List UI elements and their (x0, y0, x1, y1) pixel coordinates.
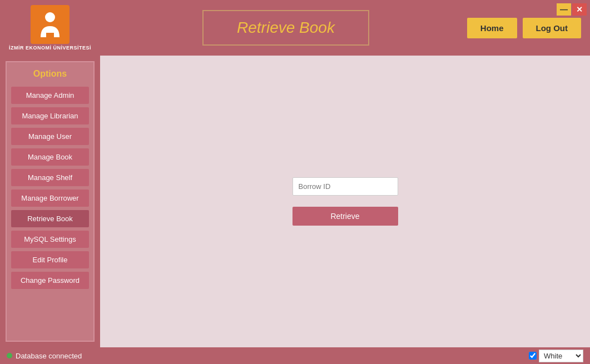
sidebar: Options Manage AdminManage LibrarianMana… (0, 56, 100, 347)
app-title: Retrieve Book (237, 19, 335, 36)
sidebar-btn-manage-shelf[interactable]: Manage Shelf (11, 169, 89, 186)
sidebar-btn-change-password[interactable]: Change Password (11, 272, 89, 289)
main-area: Options Manage AdminManage LibrarianMana… (0, 56, 590, 347)
db-connected-dot (7, 353, 12, 358)
logo-area: İZMİR EKONOMİ ÜNİVERSİTESİ (9, 5, 91, 51)
sidebar-btn-manage-librarian[interactable]: Manage Librarian (11, 107, 89, 124)
svg-rect-2 (46, 33, 54, 42)
sidebar-btn-manage-book[interactable]: Manage Book (11, 148, 89, 166)
options-title: Options (11, 67, 89, 81)
sidebar-btn-manage-borrower[interactable]: Manage Borrower (11, 190, 89, 207)
sidebar-btn-manage-user[interactable]: Manage User (11, 128, 89, 145)
sidebar-btn-edit-profile[interactable]: Edit Profile (11, 251, 89, 268)
content-area: Retrieve (100, 56, 590, 347)
app-title-box: Retrieve Book (202, 10, 369, 46)
theme-select[interactable]: WhiteDarkBlue (539, 350, 583, 362)
status-bar: Database connected WhiteDarkBlue (0, 347, 590, 364)
university-logo (31, 5, 70, 44)
form-area: Retrieve (292, 177, 398, 226)
title-bar: — ✕ (557, 0, 590, 16)
sidebar-btn-retrieve-book[interactable]: Retrieve Book (11, 210, 89, 227)
borrow-id-input[interactable] (292, 177, 398, 196)
close-button[interactable]: ✕ (572, 3, 587, 16)
header: İZMİR EKONOMİ ÜNİVERSİTESİ Retrieve Book… (0, 0, 590, 56)
sidebar-btn-manage-admin[interactable]: Manage Admin (11, 87, 89, 104)
retrieve-button[interactable]: Retrieve (292, 207, 398, 226)
sidebar-container: Options Manage AdminManage LibrarianMana… (6, 61, 95, 342)
university-name: İZMİR EKONOMİ ÜNİVERSİTESİ (9, 45, 91, 51)
db-status: Database connected (7, 352, 82, 360)
theme-selector: WhiteDarkBlue (529, 350, 583, 362)
header-buttons: Home Log Out (467, 18, 581, 38)
db-status-text: Database connected (16, 352, 82, 360)
minimize-button[interactable]: — (557, 3, 571, 16)
sidebar-btn-mysql-settings[interactable]: MySQL Settings (11, 231, 89, 248)
home-button[interactable]: Home (467, 18, 517, 38)
logout-button[interactable]: Log Out (523, 18, 581, 38)
theme-checkbox[interactable] (529, 352, 537, 360)
svg-point-1 (45, 12, 55, 22)
